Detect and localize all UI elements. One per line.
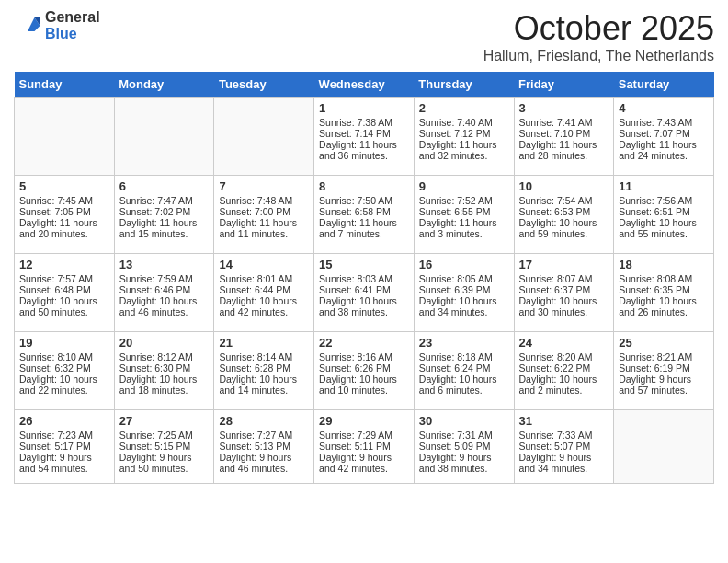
day-info: Daylight: 11 hours and 36 minutes.: [319, 139, 409, 161]
day-info: Sunset: 6:28 PM: [219, 362, 309, 373]
day-info: Sunset: 5:11 PM: [319, 441, 409, 452]
day-info: Daylight: 11 hours and 24 minutes.: [619, 139, 709, 161]
logo-blue-text: Blue: [45, 26, 100, 42]
calendar-cell: [114, 98, 214, 176]
day-info: Sunrise: 8:07 AM: [519, 273, 609, 284]
weekday-header-saturday: Saturday: [614, 72, 714, 98]
day-info: Daylight: 10 hours and 50 minutes.: [19, 295, 109, 317]
day-info: Sunrise: 7:56 AM: [619, 195, 709, 206]
day-number: 21: [219, 336, 309, 350]
day-info: Daylight: 11 hours and 28 minutes.: [519, 139, 609, 161]
title-block: October 2025 Hallum, Friesland, The Neth…: [483, 9, 714, 64]
day-info: Daylight: 10 hours and 10 minutes.: [319, 373, 409, 396]
day-info: Daylight: 10 hours and 46 minutes.: [119, 295, 210, 317]
calendar-cell: 6Sunrise: 7:47 AMSunset: 7:02 PMDaylight…: [114, 176, 214, 254]
day-info: Sunset: 6:51 PM: [619, 206, 709, 217]
day-info: Daylight: 10 hours and 18 minutes.: [119, 373, 210, 396]
day-info: Sunrise: 7:50 AM: [319, 195, 409, 206]
calendar-cell: 22Sunrise: 8:16 AMSunset: 6:26 PMDayligh…: [314, 332, 415, 410]
day-number: 9: [419, 179, 509, 193]
calendar-cell: 14Sunrise: 8:01 AMSunset: 6:44 PMDayligh…: [214, 254, 314, 332]
day-info: Daylight: 10 hours and 38 minutes.: [319, 295, 409, 317]
day-info: Sunset: 7:14 PM: [319, 128, 409, 139]
day-info: Daylight: 11 hours and 3 minutes.: [419, 217, 509, 239]
day-info: Daylight: 10 hours and 14 minutes.: [219, 373, 309, 396]
day-info: Sunrise: 7:31 AM: [419, 430, 509, 441]
calendar-cell: 28Sunrise: 7:27 AMSunset: 5:13 PMDayligh…: [214, 410, 314, 484]
calendar-cell: 3Sunrise: 7:41 AMSunset: 7:10 PMDaylight…: [514, 98, 614, 176]
day-number: 10: [519, 179, 609, 193]
day-info: Daylight: 9 hours and 50 minutes.: [119, 452, 210, 474]
day-number: 30: [419, 414, 509, 428]
page-header: General Blue October 2025 Hallum, Friesl…: [14, 9, 714, 64]
logo: General Blue: [14, 9, 100, 41]
calendar-cell: 27Sunrise: 7:25 AMSunset: 5:15 PMDayligh…: [114, 410, 214, 484]
weekday-header-monday: Monday: [114, 72, 214, 98]
weekday-header-tuesday: Tuesday: [214, 72, 314, 98]
day-info: Daylight: 11 hours and 11 minutes.: [219, 217, 309, 239]
day-info: Sunset: 5:09 PM: [419, 441, 509, 452]
day-info: Daylight: 11 hours and 15 minutes.: [119, 217, 210, 239]
day-info: Sunset: 6:35 PM: [619, 284, 709, 295]
calendar-subtitle: Hallum, Friesland, The Netherlands: [483, 48, 714, 64]
day-info: Daylight: 10 hours and 42 minutes.: [219, 295, 309, 317]
calendar-cell: 31Sunrise: 7:33 AMSunset: 5:07 PMDayligh…: [514, 410, 614, 484]
weekday-header-friday: Friday: [514, 72, 614, 98]
week-row-2: 12Sunrise: 7:57 AMSunset: 6:48 PMDayligh…: [15, 254, 714, 332]
day-number: 1: [319, 101, 409, 115]
day-info: Sunrise: 7:45 AM: [19, 195, 109, 206]
day-number: 6: [119, 179, 210, 193]
week-row-3: 19Sunrise: 8:10 AMSunset: 6:32 PMDayligh…: [15, 332, 714, 410]
calendar-cell: 12Sunrise: 7:57 AMSunset: 6:48 PMDayligh…: [15, 254, 115, 332]
calendar-cell: 21Sunrise: 8:14 AMSunset: 6:28 PMDayligh…: [214, 332, 314, 410]
calendar-cell: 11Sunrise: 7:56 AMSunset: 6:51 PMDayligh…: [614, 176, 714, 254]
day-info: Daylight: 10 hours and 59 minutes.: [519, 217, 609, 239]
day-info: Sunrise: 7:27 AM: [219, 430, 309, 441]
day-number: 12: [19, 258, 109, 271]
day-info: Sunrise: 8:01 AM: [219, 273, 309, 284]
weekday-header-sunday: Sunday: [15, 72, 115, 98]
day-number: 18: [619, 258, 709, 271]
day-number: 22: [319, 336, 409, 350]
day-number: 20: [119, 336, 210, 350]
day-info: Sunset: 7:10 PM: [519, 128, 609, 139]
day-number: 13: [119, 258, 210, 271]
day-number: 5: [19, 179, 109, 193]
calendar-cell: 19Sunrise: 8:10 AMSunset: 6:32 PMDayligh…: [15, 332, 115, 410]
calendar-cell: 25Sunrise: 8:21 AMSunset: 6:19 PMDayligh…: [614, 332, 714, 410]
day-info: Sunrise: 7:59 AM: [119, 273, 210, 284]
calendar-cell: [15, 98, 115, 176]
day-info: Sunset: 7:05 PM: [19, 206, 109, 217]
day-number: 25: [619, 336, 709, 350]
week-row-4: 26Sunrise: 7:23 AMSunset: 5:17 PMDayligh…: [15, 410, 714, 484]
day-info: Sunrise: 7:57 AM: [19, 273, 109, 284]
logo-text: General Blue: [45, 9, 100, 41]
day-info: Sunrise: 7:23 AM: [19, 430, 109, 441]
day-info: Sunrise: 8:14 AM: [219, 351, 309, 362]
day-number: 17: [519, 258, 609, 271]
day-info: Daylight: 10 hours and 34 minutes.: [419, 295, 509, 317]
day-info: Sunrise: 7:25 AM: [119, 430, 210, 441]
day-info: Daylight: 10 hours and 2 minutes.: [519, 373, 609, 396]
calendar-cell: 13Sunrise: 7:59 AMSunset: 6:46 PMDayligh…: [114, 254, 214, 332]
day-info: Daylight: 9 hours and 46 minutes.: [219, 452, 309, 474]
day-number: 31: [519, 414, 609, 428]
day-info: Sunrise: 7:38 AM: [319, 117, 409, 128]
day-info: Daylight: 9 hours and 54 minutes.: [19, 452, 109, 474]
calendar-cell: 2Sunrise: 7:40 AMSunset: 7:12 PMDaylight…: [414, 98, 514, 176]
calendar-cell: 24Sunrise: 8:20 AMSunset: 6:22 PMDayligh…: [514, 332, 614, 410]
calendar-cell: 10Sunrise: 7:54 AMSunset: 6:53 PMDayligh…: [514, 176, 614, 254]
day-info: Sunset: 6:26 PM: [319, 362, 409, 373]
day-info: Sunset: 5:07 PM: [519, 441, 609, 452]
day-info: Sunset: 7:02 PM: [119, 206, 210, 217]
day-info: Sunrise: 8:08 AM: [619, 273, 709, 284]
day-info: Sunrise: 7:43 AM: [619, 117, 709, 128]
calendar-cell: 23Sunrise: 8:18 AMSunset: 6:24 PMDayligh…: [414, 332, 514, 410]
day-number: 2: [419, 101, 509, 115]
day-info: Daylight: 9 hours and 38 minutes.: [419, 452, 509, 474]
day-info: Sunrise: 7:54 AM: [519, 195, 609, 206]
day-number: 24: [519, 336, 609, 350]
day-number: 19: [19, 336, 109, 350]
logo-general-text: General: [45, 9, 100, 26]
day-info: Sunset: 7:12 PM: [419, 128, 509, 139]
